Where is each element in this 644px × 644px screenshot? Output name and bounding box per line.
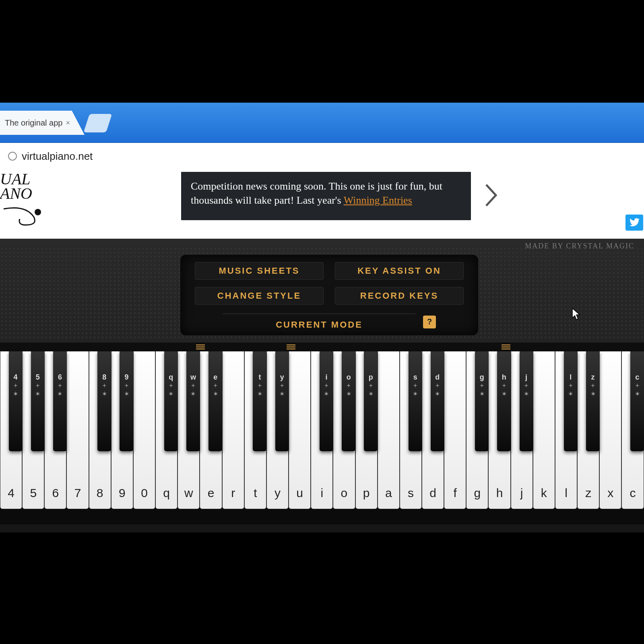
white-key-label: j	[511, 486, 533, 500]
black-key-plus: +	[586, 382, 600, 390]
black-key-4[interactable]: 4+✶	[9, 351, 23, 451]
help-button[interactable]: ?	[423, 316, 436, 328]
black-key-label: z	[586, 373, 600, 382]
black-key-plus: +	[409, 382, 422, 390]
white-key-f[interactable]: f	[444, 351, 466, 509]
chevron-right-icon	[483, 183, 499, 207]
black-key-h[interactable]: h+✶	[497, 351, 511, 451]
white-key-x[interactable]: x	[599, 351, 621, 509]
black-key-label: l	[564, 373, 578, 382]
black-key-e[interactable]: e+✶	[208, 351, 222, 451]
black-key-s[interactable]: s+✶	[409, 351, 422, 451]
black-key-label: d	[431, 373, 444, 382]
black-key-w[interactable]: w+✶	[186, 351, 200, 451]
black-key-8[interactable]: 8+✶	[97, 351, 111, 451]
logo-line2: ANO	[0, 186, 32, 201]
black-key-plus: +	[275, 382, 289, 390]
white-key-label: r	[223, 486, 244, 500]
black-key-plus: +	[31, 382, 45, 390]
black-key-z[interactable]: z+✶	[586, 351, 600, 451]
black-key-label: g	[475, 373, 489, 382]
black-key-label: 8	[97, 373, 111, 382]
black-key-p[interactable]: p+✶	[364, 351, 378, 451]
black-key-d[interactable]: d+✶	[431, 351, 444, 451]
black-key-label: 5	[31, 373, 45, 382]
black-key-i[interactable]: i+✶	[320, 351, 333, 451]
black-key-label: p	[364, 373, 378, 382]
black-key-q[interactable]: q+✶	[164, 351, 178, 451]
twitter-button[interactable]	[625, 215, 643, 231]
white-key-label: 6	[45, 486, 66, 500]
black-key-star: ✶	[431, 390, 444, 398]
site-logo[interactable]: UAL ANO	[0, 172, 32, 201]
black-key-label: j	[520, 373, 533, 382]
white-key-label: 8	[89, 486, 111, 500]
white-key-0[interactable]: 0	[133, 351, 155, 509]
white-key-label: k	[533, 486, 555, 500]
black-key-l[interactable]: l+✶	[564, 351, 578, 451]
black-key-star: ✶	[520, 390, 533, 398]
white-key-label: e	[200, 486, 221, 500]
control-panel: MUSIC SHEETS KEY ASSIST ON CHANGE STYLE …	[180, 255, 478, 335]
black-key-6[interactable]: 6+✶	[53, 351, 67, 451]
winning-entries-link[interactable]: Winning Entries	[344, 194, 412, 206]
black-key-t[interactable]: t+✶	[253, 351, 266, 451]
black-key-star: ✶	[253, 390, 266, 398]
black-key-star: ✶	[630, 390, 644, 398]
white-key-label: a	[378, 486, 399, 500]
logo-flourish-icon	[2, 205, 46, 229]
white-key-a[interactable]: a	[378, 351, 400, 509]
black-key-star: ✶	[364, 390, 378, 398]
black-key-star: ✶	[31, 390, 45, 398]
keyboard: 4567890qwertyuiopasdfghjklzxcv 4+✶5+✶6+✶…	[0, 351, 644, 524]
black-key-5[interactable]: 5+✶	[31, 351, 45, 451]
black-key-9[interactable]: 9+✶	[120, 351, 133, 451]
black-key-star: ✶	[186, 390, 200, 398]
new-tab-button[interactable]	[84, 114, 112, 132]
white-key-label: u	[289, 486, 310, 500]
black-key-star: ✶	[475, 390, 489, 398]
close-icon[interactable]: ×	[66, 119, 70, 127]
globe-icon	[8, 152, 17, 161]
banner-next-button[interactable]	[475, 175, 507, 215]
change-style-button[interactable]: CHANGE STYLE	[195, 287, 324, 305]
record-keys-button[interactable]: RECORD KEYS	[335, 287, 464, 305]
site-header: UAL ANO Competition news coming soon. Th…	[0, 169, 644, 239]
black-key-plus: +	[9, 382, 23, 390]
browser-tab[interactable]: The original app ×	[0, 111, 85, 135]
address-bar[interactable]: virtualpiano.net	[0, 143, 644, 169]
white-key-label: p	[356, 486, 377, 500]
black-key-c[interactable]: c+✶	[630, 351, 644, 451]
black-key-label: h	[497, 373, 511, 382]
black-key-label: y	[275, 373, 289, 382]
white-key-k[interactable]: k	[533, 351, 555, 509]
black-key-plus: +	[253, 382, 266, 390]
white-key-label: t	[245, 486, 266, 500]
black-key-g[interactable]: g+✶	[475, 351, 489, 451]
white-key-label: 4	[0, 486, 22, 500]
black-key-plus: +	[97, 382, 111, 390]
black-key-j[interactable]: j+✶	[520, 351, 533, 451]
music-sheets-button[interactable]: MUSIC SHEETS	[195, 262, 324, 280]
white-key-r[interactable]: r	[222, 351, 244, 509]
black-key-star: ✶	[9, 390, 23, 398]
piano-body: MADE BY CRYSTAL MAGIC MUSIC SHEETS KEY A…	[0, 239, 644, 533]
black-key-star: ✶	[586, 390, 600, 398]
white-key-label: x	[600, 486, 621, 500]
black-key-y[interactable]: y+✶	[275, 351, 289, 451]
white-key-label: d	[422, 486, 444, 500]
black-key-star: ✶	[53, 390, 67, 398]
key-assist-button[interactable]: KEY ASSIST ON	[335, 262, 464, 280]
black-key-label: i	[320, 373, 333, 382]
url-text: virtualpiano.net	[22, 150, 93, 163]
black-key-star: ✶	[564, 390, 578, 398]
black-key-o[interactable]: o+✶	[342, 351, 355, 451]
hinge-slot	[287, 345, 295, 349]
black-key-star: ✶	[97, 390, 111, 398]
white-key-u[interactable]: u	[289, 351, 311, 509]
black-key-plus: +	[520, 382, 533, 390]
black-key-label: 6	[53, 373, 67, 382]
white-key-label: s	[400, 486, 421, 500]
black-key-label: 9	[120, 373, 133, 382]
white-key-7[interactable]: 7	[66, 351, 89, 509]
